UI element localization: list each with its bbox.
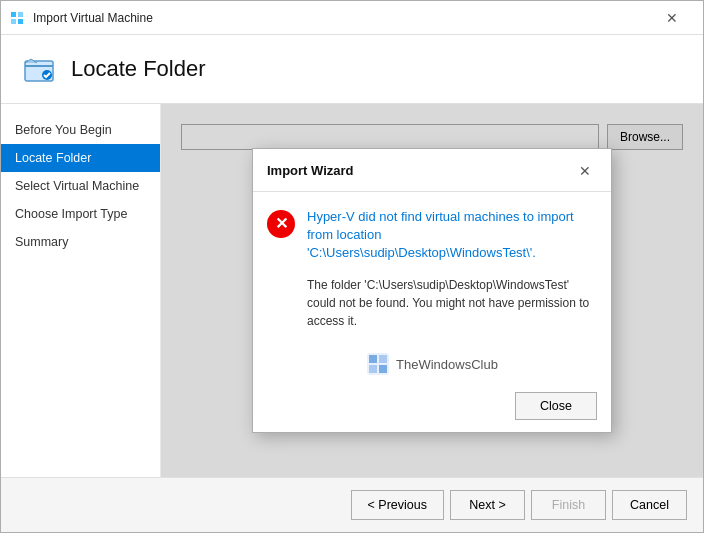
- svg-rect-8: [369, 355, 377, 363]
- window-close-button[interactable]: ✕: [649, 1, 695, 35]
- svg-rect-10: [369, 365, 377, 373]
- sidebar-item-select-vm[interactable]: Select Virtual Machine: [1, 172, 160, 200]
- main-window: Import Virtual Machine ✕ Locate Folder B…: [0, 0, 704, 533]
- header-icon: [21, 51, 57, 87]
- import-wizard-dialog: Import Wizard ✕ ✕ Hyper-V did not find v…: [252, 148, 612, 434]
- error-icon: ✕: [267, 210, 295, 238]
- finish-button[interactable]: Finish: [531, 490, 606, 520]
- page-title: Locate Folder: [71, 56, 206, 82]
- svg-rect-5: [25, 65, 53, 67]
- dialog-close-button[interactable]: Close: [515, 392, 597, 420]
- dialog-body: ✕ Hyper-V did not find virtual machines …: [253, 192, 611, 343]
- title-bar: Import Virtual Machine ✕: [1, 1, 703, 35]
- next-button[interactable]: Next >: [450, 490, 525, 520]
- page-header: Locate Folder: [1, 35, 703, 104]
- dialog-title-bar: Import Wizard ✕: [253, 149, 611, 192]
- dialog-close-x-button[interactable]: ✕: [573, 159, 597, 183]
- wizard-footer: < Previous Next > Finish Cancel: [1, 477, 703, 532]
- sidebar-item-before-you-begin[interactable]: Before You Begin: [1, 116, 160, 144]
- window-title: Import Virtual Machine: [33, 11, 649, 25]
- svg-rect-0: [11, 12, 16, 17]
- watermark-area: TheWindowsClub: [253, 342, 611, 384]
- svg-rect-3: [18, 19, 23, 24]
- content-area: Before You Begin Locate Folder Select Vi…: [1, 104, 703, 477]
- cancel-button[interactable]: Cancel: [612, 490, 687, 520]
- svg-rect-2: [11, 19, 16, 24]
- sidebar: Before You Begin Locate Folder Select Vi…: [1, 104, 161, 477]
- svg-rect-9: [379, 355, 387, 363]
- error-heading: Hyper-V did not find virtual machines to…: [307, 208, 597, 263]
- dialog-overlay: Import Wizard ✕ ✕ Hyper-V did not find v…: [161, 104, 703, 477]
- error-detail: The folder 'C:\Users\sudip\Desktop\Windo…: [307, 276, 597, 330]
- watermark-text: TheWindowsClub: [396, 357, 498, 372]
- dialog-title: Import Wizard: [267, 163, 354, 178]
- main-content: Browse... Import Wizard ✕ ✕ Hyper-V did …: [161, 104, 703, 477]
- svg-rect-1: [18, 12, 23, 17]
- sidebar-item-choose-import-type[interactable]: Choose Import Type: [1, 200, 160, 228]
- window-icon: [9, 10, 25, 26]
- error-row: ✕ Hyper-V did not find virtual machines …: [267, 208, 597, 263]
- sidebar-item-summary[interactable]: Summary: [1, 228, 160, 256]
- sidebar-item-locate-folder[interactable]: Locate Folder: [1, 144, 160, 172]
- previous-button[interactable]: < Previous: [351, 490, 444, 520]
- watermark-logo-icon: [366, 352, 390, 376]
- svg-rect-11: [379, 365, 387, 373]
- dialog-footer: Close: [253, 384, 611, 432]
